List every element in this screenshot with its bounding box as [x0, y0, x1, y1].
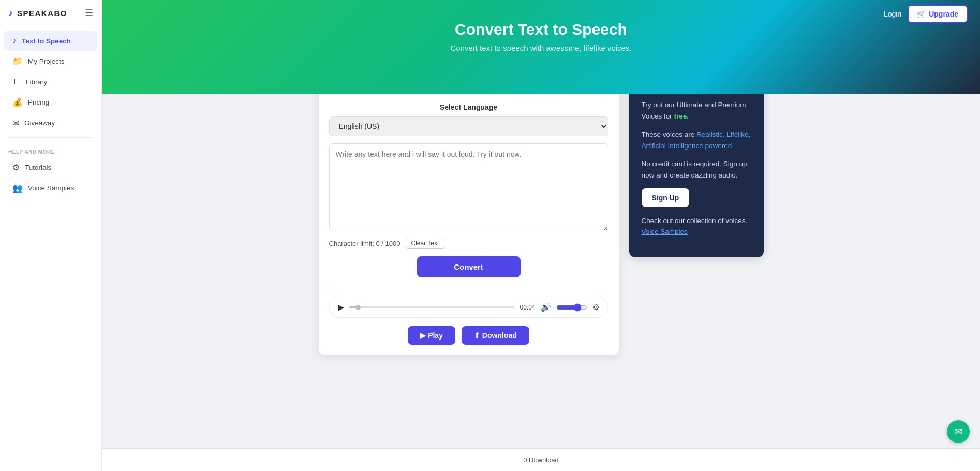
content-area: ✨ Ultimate ▶ Premium 💡 Free Select Langu…: [308, 68, 774, 376]
converter-body: Select Language English (US) English (UK…: [319, 93, 619, 355]
settings-icon[interactable]: ⚙: [592, 302, 600, 312]
language-select[interactable]: English (US) English (UK) Spanish French…: [329, 116, 608, 136]
main-content: Login 🛒 Upgrade Convert Text to Speech C…: [102, 0, 980, 471]
char-limit-text: Character limit: 0 / 1000: [329, 240, 400, 247]
welcome-para4: Check out our collection of voices. Voic…: [642, 215, 751, 238]
welcome-para1: Try out our Ultimate and Premium Voices …: [642, 99, 751, 122]
sidebar-label-pricing: Pricing: [28, 98, 49, 106]
time-display: 00:04: [519, 304, 535, 311]
download-button[interactable]: ⬆ Download: [462, 326, 529, 345]
converter-card: ✨ Ultimate ▶ Premium 💡 Free Select Langu…: [319, 68, 619, 355]
sidebar-label-giveaway: Giveaway: [24, 119, 55, 127]
upgrade-button[interactable]: 🛒 Upgrade: [908, 5, 968, 23]
audio-player: ▶ 00:04 🔊 ⚙: [329, 297, 608, 318]
logo-text: SPEAKABO: [17, 9, 67, 18]
chat-icon: ✉: [954, 425, 963, 438]
sidebar-label-my-projects: My Projects: [28, 57, 65, 65]
chat-bubble[interactable]: ✉: [947, 420, 970, 443]
convert-button[interactable]: Convert: [417, 256, 521, 277]
sidebar-label-tutorials: Tutorials: [25, 164, 51, 171]
text-input[interactable]: [329, 143, 608, 231]
voice-samples-nav-icon: 👥: [12, 183, 23, 193]
bottom-bar: 0 Download: [102, 448, 980, 471]
menu-icon[interactable]: ☰: [85, 7, 93, 19]
voice-samples-link[interactable]: Voice Samples: [642, 228, 688, 236]
sidebar-label-text-to-speech: Text to Speech: [22, 37, 71, 45]
sidebar-item-my-projects[interactable]: 📁 My Projects: [4, 51, 97, 71]
sidebar-divider: [8, 137, 93, 138]
music-icon: ♪: [8, 8, 13, 19]
cart-icon: 🛒: [917, 10, 926, 18]
sidebar: ♪ SPEAKABO ☰ ♪ Text to Speech 📁 My Proje…: [0, 0, 102, 471]
projects-icon: 📁: [12, 56, 23, 66]
sidebar-item-pricing[interactable]: 💰 Pricing: [4, 92, 97, 112]
hero-banner: Convert Text to Speech Convert text to s…: [102, 0, 980, 94]
help-section-label: HELP AND MORE: [0, 142, 101, 157]
sidebar-label-voice-samples: Voice Samples: [28, 184, 74, 192]
topbar: Login 🛒 Upgrade: [871, 0, 980, 28]
login-button[interactable]: Login: [884, 10, 901, 18]
hero-title: Convert Text to Speech: [112, 21, 970, 38]
sidebar-item-library[interactable]: 🖥 Library: [4, 72, 97, 92]
progress-bar[interactable]: [349, 306, 515, 308]
download-count: 0 Download: [523, 456, 559, 464]
volume-slider[interactable]: [556, 303, 587, 312]
hero-subtitle: Convert text to speech with awesome, lif…: [112, 43, 970, 52]
progress-thumb: [355, 305, 361, 310]
play-button[interactable]: ▶ Play: [408, 326, 455, 345]
sidebar-logo: ♪ SPEAKABO ☰: [0, 0, 101, 26]
clear-text-button[interactable]: Clear Text: [406, 238, 445, 249]
action-buttons: ▶ Play ⬆ Download: [329, 326, 608, 345]
sidebar-label-library: Library: [26, 78, 47, 86]
welcome-para2: These voices are Realistic, Lifelike, Ar…: [642, 129, 751, 151]
language-label: Select Language: [329, 103, 608, 111]
volume-icon[interactable]: 🔊: [541, 302, 551, 312]
divider: [329, 288, 608, 288]
upgrade-label: Upgrade: [929, 10, 958, 18]
free-text: free.: [674, 112, 689, 120]
char-limit-row: Character limit: 0 / 1000 Clear Text: [329, 238, 608, 249]
pricing-icon: 💰: [12, 97, 23, 107]
audio-play-button[interactable]: ▶: [338, 302, 344, 312]
sidebar-item-voice-samples[interactable]: 👥 Voice Samples: [4, 178, 97, 198]
tutorials-icon: ⚙: [12, 163, 20, 172]
welcome-para3: No credit card is required. Sign up now …: [642, 158, 751, 181]
music-nav-icon: ♪: [12, 36, 17, 46]
sign-up-button[interactable]: Sign Up: [642, 188, 690, 207]
sidebar-item-text-to-speech[interactable]: ♪ Text to Speech: [4, 31, 97, 51]
sidebar-item-giveaway[interactable]: ✉ Giveaway: [4, 113, 97, 133]
welcome-card: Welcome Try out our Ultimate and Premium…: [629, 68, 764, 257]
giveaway-icon: ✉: [12, 118, 19, 128]
library-icon: 🖥: [12, 77, 21, 86]
sidebar-item-tutorials[interactable]: ⚙ Tutorials: [4, 157, 97, 178]
